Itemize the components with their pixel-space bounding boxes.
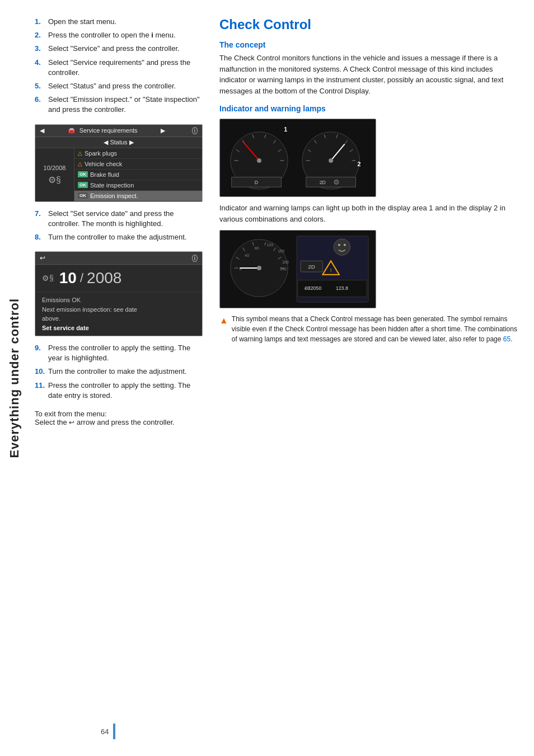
item-label-emission: Emission inspect. — [90, 192, 138, 199]
warning-triangle-icon: ▲ — [219, 314, 228, 344]
gauge-svg-1: D 2D — [220, 119, 376, 196]
svg-text:240: 240 — [280, 267, 287, 271]
step-num-9: 9. — [35, 343, 45, 363]
back-arrow-symbol: ↩ — [69, 419, 74, 426]
step-text-10: Turn the controller to make the adjustme… — [48, 367, 203, 377]
step-10: 10. Turn the controller to make the adju… — [35, 367, 203, 377]
step-num-5: 5. — [35, 81, 45, 91]
mockup2-year: 2008 — [87, 269, 121, 287]
list-item-state: OK State inspection — [74, 180, 202, 191]
main-content: 1. Open the start menu. 2. Press the con… — [29, 0, 534, 447]
warn-icon-spark: △ — [78, 150, 82, 156]
step-2: 2. Press the controller to open the i me… — [35, 30, 203, 40]
left-column: 1. Open the start menu. 2. Press the con… — [35, 17, 203, 430]
svg-text:!: ! — [330, 267, 332, 273]
step-num-1: 1. — [35, 17, 45, 27]
step-5: 5. Select "Status" and press the control… — [35, 81, 203, 91]
mockup1-right-arrow: ▶ — [161, 127, 165, 134]
sidebar: Everything under control — [0, 0, 29, 756]
step-num-3: 3. — [35, 44, 45, 54]
svg-text:200: 200 — [282, 260, 289, 264]
step-6: 6. Select "Emission inspect." or "State … — [35, 95, 203, 115]
step-text-8: Turn the controller to make the adjustme… — [48, 232, 203, 242]
mockup1-date: 10/2008 — [44, 165, 66, 171]
svg-text:1: 1 — [284, 126, 287, 133]
item-label-spark: Spark plugs — [85, 150, 117, 157]
gauge-svg-2: 0 40 80 120 160 200 240 2D — [220, 231, 376, 308]
item-label-vehicle: Vehicle check — [85, 161, 122, 167]
step-text-1: Open the start menu. — [48, 17, 203, 27]
step-num-2: 2. — [35, 30, 45, 40]
svg-text:123.8: 123.8 — [336, 285, 348, 291]
page-number: 64 — [101, 727, 109, 736]
svg-text:40: 40 — [245, 253, 249, 257]
mockup2-header: ↩ i — [35, 252, 202, 265]
svg-rect-25 — [306, 177, 356, 187]
section-title: Check Control — [219, 17, 517, 32]
step-8: 8. Turn the controller to make the adjus… — [35, 232, 203, 242]
svg-text:2: 2 — [357, 161, 360, 167]
warn-icon-vehicle: △ — [78, 161, 82, 167]
ui-mockup-2: ↩ i ⚙§ 10 / 2008 Emissions OK Next emiss… — [35, 251, 203, 336]
mockup1-title: 🚘 Service requirements — [68, 127, 138, 134]
concept-title: The concept — [219, 40, 517, 49]
step-text-4: Select "Service requirements" and press … — [48, 58, 203, 78]
svg-point-24 — [329, 158, 333, 163]
mockup2-line-4: Set service date — [42, 323, 195, 333]
step-text-6: Select "Emission inspect." or "State ins… — [48, 95, 203, 115]
mockup1-subheader: ◀ Status ▶ — [35, 137, 202, 148]
mockup1-body: 10/2008 ⚙§ △ Spark plugs △ Vehicle check… — [35, 148, 202, 201]
warning-note: ▲ This symbol means that a Check Control… — [219, 314, 517, 344]
mockup2-back-icon: ↩ — [40, 254, 45, 262]
svg-text:80: 80 — [255, 246, 259, 250]
step-text-11: Press the controller to apply the settin… — [48, 381, 203, 401]
svg-text:mil: mil — [305, 287, 310, 290]
page-link[interactable]: 65 — [503, 335, 510, 343]
svg-point-50 — [334, 239, 350, 256]
mockup1-service-icon: ⚙§ — [48, 175, 61, 185]
svg-point-11 — [257, 158, 261, 163]
car-icon: 🚘 — [68, 127, 76, 134]
mockup1-left-panel: 10/2008 ⚙§ — [35, 148, 74, 201]
svg-point-27 — [334, 180, 339, 184]
mockup2-date-row: ⚙§ 10 / 2008 — [35, 265, 202, 292]
page-bar — [113, 724, 115, 739]
list-item-emission: OK Emission inspect. — [74, 191, 202, 201]
svg-point-51 — [338, 244, 340, 246]
svg-text:160: 160 — [278, 249, 285, 253]
step-num-10: 10. — [35, 367, 45, 377]
item-label-state: State inspection — [90, 182, 134, 189]
steps-list-2: 7. Select "Set service date" and press t… — [35, 209, 203, 243]
mockup2-slash: / — [80, 271, 83, 285]
svg-point-52 — [344, 244, 346, 246]
step-text-9: Press the controller to apply the settin… — [48, 343, 203, 363]
svg-text:D: D — [255, 180, 258, 185]
mockup2-line-2: Next emission inspection: see date — [42, 305, 195, 314]
ok-badge-state: OK — [78, 182, 88, 188]
step-num-11: 11. — [35, 381, 45, 401]
mockup2-line-1: Emissions OK — [42, 295, 195, 305]
svg-point-48 — [257, 266, 261, 270]
exit-note-text: To exit from the menu: — [35, 410, 107, 418]
list-item-brake: OK Brake fluid — [74, 170, 202, 180]
ok-badge-brake: OK — [78, 171, 88, 177]
warning-text: This symbol means that a Check Control m… — [232, 314, 517, 344]
step-4: 4. Select "Service requirements" and pre… — [35, 58, 203, 78]
exit-instruction: Select the ↩ arrow and press the control… — [35, 418, 175, 426]
mockup2-month: 10 — [59, 269, 77, 287]
svg-text:120: 120 — [267, 243, 274, 247]
mockup2-service-icon: ⚙§ — [42, 274, 54, 283]
item-label-brake: Brake fluid — [90, 171, 119, 178]
step-num-7: 7. — [35, 209, 45, 229]
step-num-4: 4. — [35, 58, 45, 78]
step-3: 3. Select "Service" and press the contro… — [35, 44, 203, 54]
mockup1-info-icon: i — [192, 127, 198, 134]
gauge-image-2: 0 40 80 120 160 200 240 2D — [219, 230, 376, 308]
step-num-8: 8. — [35, 232, 45, 242]
mockup1-header: ◀ 🚘 Service requirements ▶ i — [35, 125, 202, 137]
step-text-7: Select "Set service date" and press the … — [48, 209, 203, 229]
exit-note: To exit from the menu: Select the ↩ arro… — [35, 410, 203, 426]
step-7: 7. Select "Set service date" and press t… — [35, 209, 203, 229]
step-1: 1. Open the start menu. — [35, 17, 203, 27]
gauge-image-1: D 2D — [219, 119, 376, 197]
